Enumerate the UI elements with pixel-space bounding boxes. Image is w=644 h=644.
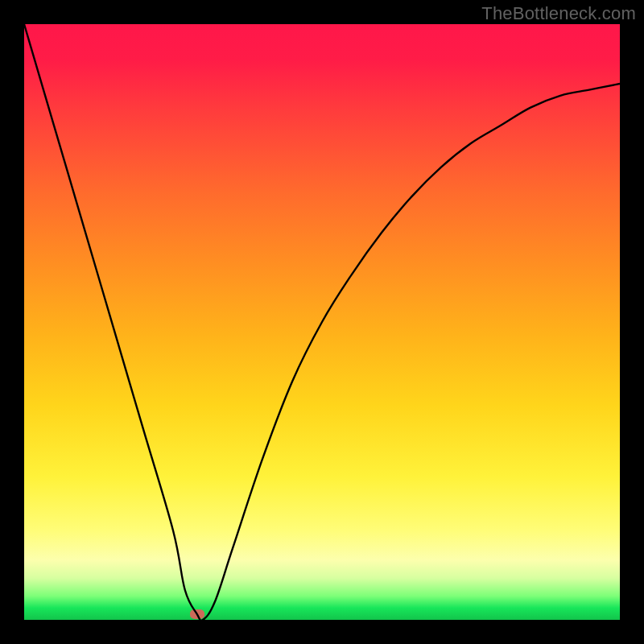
curve-path	[24, 24, 620, 620]
plot-area	[24, 24, 620, 620]
chart-frame: TheBottleneck.com	[0, 0, 644, 644]
bottleneck-curve	[24, 24, 620, 620]
watermark-text: TheBottleneck.com	[481, 3, 636, 24]
